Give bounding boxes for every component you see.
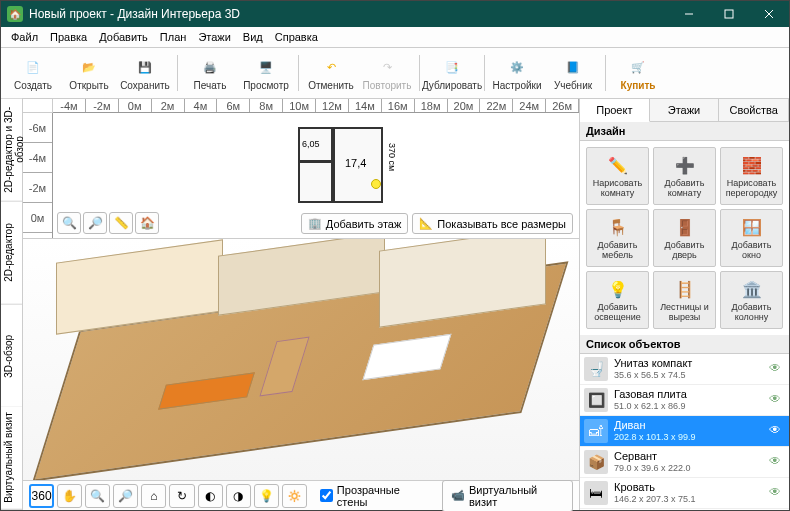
- visibility-toggle[interactable]: 👁: [769, 423, 785, 439]
- add-room-button[interactable]: ➕Добавить комнату: [653, 147, 716, 205]
- draw-room-button[interactable]: ✏️Нарисовать комнату: [586, 147, 649, 205]
- ruler-button[interactable]: 📏: [109, 212, 133, 234]
- add-lighting-button[interactable]: 💡Добавить освещение: [586, 271, 649, 329]
- add-box-icon: ➕: [673, 153, 697, 177]
- titlebar: 🏠 Новый проект - Дизайн Интерьера 3D: [1, 1, 789, 27]
- undo-icon: ↶: [319, 55, 343, 79]
- print-button[interactable]: 🖨️Печать: [182, 50, 238, 96]
- folder-open-icon: 📂: [77, 55, 101, 79]
- menu-file[interactable]: Файл: [5, 29, 44, 45]
- add-floor-button[interactable]: 🏢Добавить этаж: [301, 213, 408, 234]
- add-window-button[interactable]: 🪟Добавить окно: [720, 209, 783, 267]
- duplicate-button[interactable]: 📑Дублировать: [424, 50, 480, 96]
- light-icon: 💡: [606, 277, 630, 301]
- visibility-toggle[interactable]: 👁: [769, 392, 785, 408]
- window-icon: 🪟: [740, 215, 764, 239]
- new-file-icon: 📄: [21, 55, 45, 79]
- center-viewport: -4м-2м0м2м4м6м8м10м12м14м16м18м20м22м24м…: [23, 99, 579, 510]
- plan-2d-area[interactable]: -4м-2м0м2м4м6м8м10м12м14м16м18м20м22м24м…: [23, 99, 579, 239]
- app-icon: 🏠: [7, 6, 23, 22]
- list-item[interactable]: 🔲Газовая плита51.0 x 62.1 x 86.9👁: [580, 385, 789, 416]
- brick-icon: 🧱: [740, 153, 764, 177]
- draw-partition-button[interactable]: 🧱Нарисовать перегородку: [720, 147, 783, 205]
- toilet-icon: 🚽: [584, 357, 608, 381]
- redo-button[interactable]: ↷Повторить: [359, 50, 415, 96]
- zoom-in-button[interactable]: 🔎: [83, 212, 107, 234]
- gear-icon: ⚙️: [505, 55, 529, 79]
- chair-icon: 🪑: [606, 215, 630, 239]
- virtual-visit-button[interactable]: 📹Виртуальный визит: [442, 480, 573, 512]
- zoom-out-3d-button[interactable]: 🔎: [113, 484, 138, 508]
- add-furniture-button[interactable]: 🪑Добавить мебель: [586, 209, 649, 267]
- zoom-in-3d-button[interactable]: 🔍: [85, 484, 110, 508]
- light-off-button[interactable]: 🔅: [282, 484, 307, 508]
- view-360-button[interactable]: 360: [29, 484, 54, 508]
- player-marker[interactable]: [371, 179, 381, 189]
- stairs-icon: 🪜: [673, 277, 697, 301]
- tab-2d-3d[interactable]: 2D-редактор и 3D-обзор: [1, 99, 22, 202]
- undo-button[interactable]: ↶Отменить: [303, 50, 359, 96]
- menu-plan[interactable]: План: [154, 29, 193, 45]
- look-right-button[interactable]: ◑: [226, 484, 251, 508]
- tab-properties[interactable]: Свойства: [719, 99, 789, 121]
- menu-view[interactable]: Вид: [237, 29, 269, 45]
- list-item[interactable]: ▭Двойное окно👁: [580, 509, 789, 510]
- book-icon: 📘: [561, 55, 585, 79]
- printer-icon: 🖨️: [198, 55, 222, 79]
- menu-edit[interactable]: Правка: [44, 29, 93, 45]
- menu-floors[interactable]: Этажи: [192, 29, 236, 45]
- stove-icon: 🔲: [584, 388, 608, 412]
- light-button[interactable]: 💡: [254, 484, 279, 508]
- view-3d[interactable]: [23, 239, 579, 480]
- visibility-toggle[interactable]: 👁: [769, 485, 785, 501]
- cabinet-icon: 📦: [584, 450, 608, 474]
- minimize-button[interactable]: [669, 1, 709, 27]
- transparent-walls-checkbox[interactable]: Прозрачные стены: [320, 484, 429, 508]
- menu-help[interactable]: Справка: [269, 29, 324, 45]
- zoom-out-button[interactable]: 🔍: [57, 212, 81, 234]
- reset-view-button[interactable]: ⌂: [141, 484, 166, 508]
- sofa-icon: 🛋: [584, 419, 608, 443]
- list-item[interactable]: 🚽Унитаз компакт35.6 x 56.5 x 74.5👁: [580, 354, 789, 385]
- add-column-button[interactable]: 🏛️Добавить колонну: [720, 271, 783, 329]
- tab-3d[interactable]: 3D-обзор: [1, 305, 22, 408]
- stairs-button[interactable]: 🪜Лестницы и вырезы: [653, 271, 716, 329]
- buy-button[interactable]: 🛒Купить: [610, 50, 666, 96]
- rotate-button[interactable]: ↻: [169, 484, 194, 508]
- maximize-button[interactable]: [709, 1, 749, 27]
- menu-add[interactable]: Добавить: [93, 29, 154, 45]
- close-button[interactable]: [749, 1, 789, 27]
- section-design: Дизайн: [580, 122, 789, 141]
- create-button[interactable]: 📄Создать: [5, 50, 61, 96]
- home-button[interactable]: 🏠: [135, 212, 159, 234]
- cart-icon: 🛒: [626, 55, 650, 79]
- visibility-toggle[interactable]: 👁: [769, 361, 785, 377]
- open-button[interactable]: 📂Открыть: [61, 50, 117, 96]
- tab-2d[interactable]: 2D-редактор: [1, 202, 22, 305]
- tab-virtual[interactable]: Виртуальный визит: [1, 407, 22, 510]
- settings-button[interactable]: ⚙️Настройки: [489, 50, 545, 96]
- column-icon: 🏛️: [740, 277, 764, 301]
- preview-button[interactable]: 🖥️Просмотр: [238, 50, 294, 96]
- list-item[interactable]: 🛏Кровать146.2 x 207.3 x 75.1👁: [580, 478, 789, 509]
- section-objects: Список объектов: [580, 335, 789, 354]
- monitor-icon: 🖥️: [254, 55, 278, 79]
- door-icon: 🚪: [673, 215, 697, 239]
- pan-button[interactable]: ✋: [57, 484, 82, 508]
- tab-project[interactable]: Проект: [580, 99, 650, 122]
- dimension-label: 370 см: [387, 143, 397, 171]
- list-item[interactable]: 📦Сервант79.0 x 39.6 x 222.0👁: [580, 447, 789, 478]
- floor-plan[interactable]: 6,05 17,4 370 см: [333, 117, 433, 207]
- design-grid: ✏️Нарисовать комнату ➕Добавить комнату 🧱…: [580, 141, 789, 335]
- menubar: Файл Правка Добавить План Этажи Вид Спра…: [1, 27, 789, 48]
- add-door-button[interactable]: 🚪Добавить дверь: [653, 209, 716, 267]
- save-button[interactable]: 💾Сохранить: [117, 50, 173, 96]
- look-left-button[interactable]: ◐: [198, 484, 223, 508]
- tutorial-button[interactable]: 📘Учебник: [545, 50, 601, 96]
- show-dimensions-button[interactable]: 📐Показывать все размеры: [412, 213, 573, 234]
- tab-floors[interactable]: Этажи: [650, 99, 720, 121]
- list-item-selected[interactable]: 🛋Диван202.8 x 101.3 x 99.9👁: [580, 416, 789, 447]
- right-tabs: Проект Этажи Свойства: [580, 99, 789, 122]
- visibility-toggle[interactable]: 👁: [769, 454, 785, 470]
- ruler-horizontal: -4м-2м0м2м4м6м8м10м12м14м16м18м20м22м24м…: [53, 99, 579, 113]
